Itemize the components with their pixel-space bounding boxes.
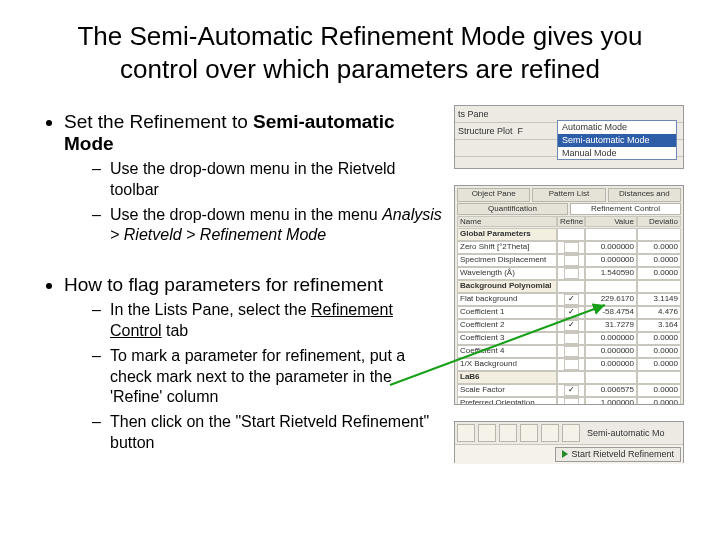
cell-deviation: 4.476 <box>637 306 681 319</box>
refine-checkbox[interactable] <box>564 333 579 344</box>
cell-refine <box>557 371 585 384</box>
col-value: Value <box>585 216 637 228</box>
table-row: Specimen Displacement0.0000000.0000 <box>457 254 681 267</box>
tool-icon[interactable] <box>499 424 517 442</box>
cell-refine[interactable] <box>557 267 585 280</box>
bullet-2-sub-2: To mark a parameter for refinement, put … <box>92 346 446 408</box>
slide-title: The Semi-Automatic Refinement Mode gives… <box>36 20 684 85</box>
refine-checkbox[interactable] <box>564 255 579 266</box>
cell-value: 0.000000 <box>585 332 637 345</box>
refine-checkbox[interactable] <box>564 320 579 331</box>
cell-deviation: 0.0000 <box>637 345 681 358</box>
cell-refine[interactable] <box>557 241 585 254</box>
bullet-list: Set the Refinement to Semi-automatic Mod… <box>36 111 446 454</box>
cell-refine[interactable] <box>557 358 585 371</box>
refine-checkbox[interactable] <box>564 398 579 405</box>
tool-icon[interactable] <box>562 424 580 442</box>
grid-tabs-2: Quantification Refinement Control <box>457 203 681 215</box>
tool-icon[interactable] <box>520 424 538 442</box>
button-row: Start Rietveld Refinement <box>455 444 683 464</box>
cell-name: Coefficient 3 <box>457 332 557 345</box>
bullet-2-sub-1: In the Lists Pane, select the Refinement… <box>92 300 446 342</box>
cell-refine[interactable] <box>557 254 585 267</box>
grid-header: Name Refine Value Deviatio <box>457 216 681 228</box>
text-column: Set the Refinement to Semi-automatic Mod… <box>36 105 446 472</box>
tool-icon[interactable] <box>478 424 496 442</box>
table-row: Coefficient 30.0000000.0000 <box>457 332 681 345</box>
mode-indicator[interactable]: Semi-automatic Mo <box>583 428 669 439</box>
cell-refine[interactable] <box>557 306 585 319</box>
dropdown-opt-auto[interactable]: Automatic Mode <box>558 121 676 134</box>
refine-checkbox[interactable] <box>564 242 579 253</box>
cell-value: -58.4754 <box>585 306 637 319</box>
col-deviation: Deviatio <box>637 216 681 228</box>
content-row: Set the Refinement to Semi-automatic Mod… <box>36 105 684 472</box>
toolbar-row: Semi-automatic Mo <box>455 422 683 444</box>
screenshot-toolbar: Semi-automatic Mo Start Rietveld Refinem… <box>454 421 684 463</box>
b1s2-a: Use the drop-down menu in the menu <box>110 206 382 223</box>
tab-object-pane[interactable]: Object Pane <box>457 188 530 202</box>
table-row: Global Parameters <box>457 228 681 241</box>
refine-checkbox[interactable] <box>564 385 579 396</box>
cell-value: 0.000000 <box>585 345 637 358</box>
cell-deviation: 3.164 <box>637 319 681 332</box>
table-row: Scale Factor0.0065750.0000 <box>457 384 681 397</box>
tool-icon[interactable] <box>457 424 475 442</box>
cell-name: Global Parameters <box>457 228 557 241</box>
table-row: Preferred Orientation1.0000000.0000 <box>457 397 681 405</box>
cell-value <box>585 371 637 384</box>
table-row: LaB6 <box>457 371 681 384</box>
dropdown-opt-semi[interactable]: Semi-automatic Mode <box>558 134 676 147</box>
b2s1-b: tab <box>162 322 189 339</box>
refine-checkbox[interactable] <box>564 307 579 318</box>
cell-value <box>585 228 637 241</box>
cell-value: 1.000000 <box>585 397 637 405</box>
cell-name: Specimen Displacement <box>457 254 557 267</box>
screenshot-dropdown: ts Pane Structure Plot F Automatic Mode … <box>454 105 684 169</box>
table-row: Coefficient 1-58.47544.476 <box>457 306 681 319</box>
mode-dropdown[interactable]: Automatic Mode Semi-automatic Mode Manua… <box>557 120 677 160</box>
cell-deviation: 0.0000 <box>637 267 681 280</box>
cell-value: 0.000000 <box>585 254 637 267</box>
slide: The Semi-Automatic Refinement Mode gives… <box>0 0 720 540</box>
bullet-1-sub: Use the drop-down menu in the Rietveld t… <box>64 159 446 246</box>
cell-deviation <box>637 371 681 384</box>
cell-refine[interactable] <box>557 384 585 397</box>
table-row: Zero Shift [°2Theta]0.0000000.0000 <box>457 241 681 254</box>
table-row: Wavelength (Å)1.5405900.0000 <box>457 267 681 280</box>
screenshot-grid: Object Pane Pattern List Distances and A… <box>454 185 684 405</box>
tab-pattern-list[interactable]: Pattern List <box>532 188 605 202</box>
cell-deviation: 0.0000 <box>637 397 681 405</box>
cell-value <box>585 280 637 293</box>
cell-name: Coefficient 4 <box>457 345 557 358</box>
refine-checkbox[interactable] <box>564 346 579 357</box>
refine-checkbox[interactable] <box>564 359 579 370</box>
table-row: Background Polynomial <box>457 280 681 293</box>
cell-name: Zero Shift [°2Theta] <box>457 241 557 254</box>
cell-deviation: 0.0000 <box>637 254 681 267</box>
tab-refinement-control[interactable]: Refinement Control <box>570 203 681 215</box>
refine-checkbox[interactable] <box>564 294 579 305</box>
cell-value: 0.000000 <box>585 358 637 371</box>
refine-checkbox[interactable] <box>564 268 579 279</box>
cell-refine[interactable] <box>557 319 585 332</box>
bullet-1-sub-1: Use the drop-down menu in the Rietveld t… <box>92 159 446 201</box>
dropdown-opt-manual[interactable]: Manual Mode <box>558 147 676 160</box>
tab-quantification[interactable]: Quantification <box>457 203 568 215</box>
cell-name: Preferred Orientation <box>457 397 557 405</box>
bullet-2: How to flag parameters for refinement In… <box>64 274 446 454</box>
cell-value: 229.6170 <box>585 293 637 306</box>
grid-tabs: Object Pane Pattern List Distances and A… <box>457 188 681 202</box>
bullet-1-text: Set the Refinement to <box>64 111 253 132</box>
play-icon <box>562 450 568 458</box>
cell-deviation: 0.0000 <box>637 384 681 397</box>
bullet-1-sub-2: Use the drop-down menu in the menu Analy… <box>92 205 446 247</box>
cell-refine[interactable] <box>557 345 585 358</box>
start-refinement-button[interactable]: Start Rietveld Refinement <box>555 447 681 462</box>
cell-refine[interactable] <box>557 397 585 405</box>
tab-distances[interactable]: Distances and Angles <box>608 188 681 202</box>
cell-refine[interactable] <box>557 293 585 306</box>
cell-refine[interactable] <box>557 332 585 345</box>
tool-icon[interactable] <box>541 424 559 442</box>
bullet-1: Set the Refinement to Semi-automatic Mod… <box>64 111 446 246</box>
